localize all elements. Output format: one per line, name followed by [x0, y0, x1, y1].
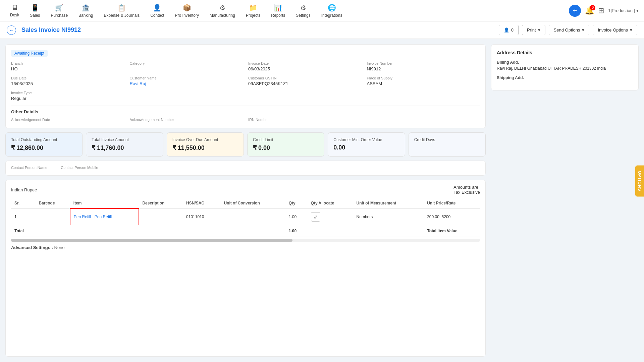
currency-label: Indian Rupee	[11, 187, 37, 192]
contact-icon: 👤	[153, 4, 161, 12]
manufacturing-icon: ⚙	[219, 4, 225, 12]
due-date-label: Due Date	[11, 76, 124, 80]
page-title: Sales Invoice NI9912	[21, 26, 493, 34]
invoice-options-chevron-icon: ▾	[630, 27, 632, 33]
nav-desk[interactable]: 🖥 Desk	[5, 1, 24, 20]
nav-banking-label: Banking	[78, 13, 93, 18]
summary-row: Total Outstanding Amount ₹ 12,860.00 Tot…	[5, 132, 486, 157]
customer-name-label: Customer Name	[130, 76, 243, 80]
desk-icon: 🖥	[11, 4, 18, 11]
shipping-label: Shipping Add.	[497, 75, 633, 80]
nav-settings-label: Settings	[296, 13, 310, 18]
nav-expense[interactable]: 📋 Expense & Journals	[99, 1, 144, 20]
page-header: ← Sales Invoice NI9912 👤 0 Print ▾ Send …	[0, 21, 644, 39]
amounts-note: Amounts are	[453, 185, 478, 190]
overdue-label: Invoice Over Due Amount	[172, 137, 238, 142]
total-barcode	[36, 225, 70, 237]
total-item-value: Total Item Value	[424, 225, 480, 237]
cell-qty: 1.00	[285, 208, 308, 225]
branch-field: Branch HO	[11, 61, 124, 71]
total-qty: 1.00	[285, 225, 308, 237]
print-chevron-icon: ▾	[538, 27, 540, 33]
notification-bell[interactable]: 🔔 0	[585, 6, 594, 15]
nav-manufacturing[interactable]: ⚙ Manufacturing	[205, 1, 240, 20]
due-date-field: Due Date 16/03/2025	[11, 76, 124, 86]
col-unit-conversion: Unit of Conversion	[220, 198, 285, 208]
cell-unit-conversion	[220, 208, 285, 225]
section-divider	[11, 106, 480, 106]
col-hsn: HSN/SAC	[183, 198, 220, 208]
customer-gstin-label: Customer GSTIN	[248, 76, 362, 80]
col-unit-price: Unit Price/Rate	[424, 198, 480, 208]
nav-banking[interactable]: 🏦 Banking	[74, 1, 98, 20]
cell-qty-allocate[interactable]: ⤢	[308, 208, 353, 225]
header-actions: 👤 0 Print ▾ Send Options ▾ Invoice Optio…	[499, 25, 637, 35]
nav-contact[interactable]: 👤 Contact	[146, 1, 169, 20]
overdue-card: Invoice Over Due Amount ₹ 11,550.00	[167, 132, 244, 157]
cell-uom: Numbers	[353, 208, 424, 225]
total-label: Total	[11, 225, 36, 237]
place-of-supply-field: Place of Supply ASSAM	[367, 76, 480, 86]
customer-gstin-field: Customer GSTIN 09ASEPQ2345K1Z1	[248, 76, 362, 86]
invoice-date-value: 06/03/2025	[248, 66, 362, 71]
total-uom	[353, 225, 424, 237]
nav-projects[interactable]: 📁 Projects	[241, 1, 265, 20]
min-order-value: 0.00	[333, 144, 399, 151]
total-outstanding-label: Total Outstanding Amount	[11, 137, 77, 142]
advanced-settings-label: Advanced Settings :	[11, 245, 53, 250]
col-qty: Qty	[285, 198, 308, 208]
nav-reports[interactable]: 📊 Reports	[266, 1, 290, 20]
invoice-options-button[interactable]: Invoice Options ▾	[593, 25, 637, 35]
tax-note-text: Tax Exclusive	[453, 190, 480, 195]
cell-sr: 1	[11, 208, 36, 225]
cell-hsn: 01011010	[183, 208, 220, 225]
nav-integrations[interactable]: 🌐 Integrations	[317, 1, 347, 20]
back-button[interactable]: ←	[7, 25, 16, 35]
invoice-type-label: Invoice Type	[11, 91, 124, 95]
right-panel: Address Details Billing Add. Ravi Raj, D…	[491, 44, 639, 357]
send-options-button[interactable]: Send Options ▾	[549, 25, 590, 35]
item-link[interactable]: Pen Refill - Pen Refill	[74, 215, 112, 219]
ack-date-field: Acknowledgement Date	[11, 118, 124, 123]
cell-description	[139, 208, 183, 225]
total-hsn	[183, 225, 220, 237]
horizontal-scrollbar[interactable]	[11, 239, 480, 242]
print-label: Print	[527, 27, 536, 33]
cell-item: Pen Refill - Pen Refill	[70, 208, 139, 225]
category-field: Category	[130, 61, 243, 71]
add-button[interactable]: +	[569, 5, 581, 17]
other-details-grid: Acknowledgement Date Acknowledgement Num…	[11, 118, 480, 123]
purchase-icon: 🛒	[55, 4, 63, 12]
invoice-number-value: NI9912	[367, 66, 480, 71]
upload-button[interactable]: 👤 0	[499, 25, 519, 35]
contact-person-mobile-field: Contact Person Mobile	[61, 166, 98, 171]
user-menu[interactable]: 1|Production | ▾	[608, 8, 639, 13]
nav-sales[interactable]: 📱 Sales	[25, 1, 45, 20]
settings-icon: ⚙	[300, 4, 306, 12]
left-panel: Awaiting Receipt Branch HO Category Invo…	[5, 44, 486, 357]
credit-days-label: Credit Days	[414, 137, 480, 142]
nav-settings[interactable]: ⚙ Settings	[291, 1, 315, 20]
options-tab[interactable]: OPTIONS	[635, 165, 644, 196]
user-chevron-icon: ▾	[636, 8, 639, 13]
place-of-supply-value: ASSAM	[367, 81, 480, 86]
customer-name-value[interactable]: Ravi Raj	[130, 81, 243, 86]
allocate-icon[interactable]: ⤢	[311, 212, 320, 222]
ack-number-label: Acknowledgement Number	[130, 118, 243, 122]
credit-limit-value: ₹ 0.00	[253, 144, 319, 152]
min-order-card: Customer Min. Order Value 0.00	[328, 132, 405, 157]
customer-gstin-value: 09ASEPQ2345K1Z1	[248, 81, 362, 86]
category-label: Category	[130, 61, 243, 65]
advanced-settings: Advanced Settings : None	[11, 245, 480, 250]
col-qty-allocate: Qty Allocate	[308, 198, 353, 208]
table-section: Indian Rupee Amounts are Tax Exclusive S…	[5, 180, 486, 357]
nav-pro-inventory[interactable]: 📦 Pro Inventory	[170, 1, 204, 20]
col-description: Description	[139, 198, 183, 208]
banking-icon: 🏦	[82, 4, 90, 12]
col-item: Item	[70, 198, 139, 208]
print-button[interactable]: Print ▾	[522, 25, 545, 35]
nav-purchase[interactable]: 🛒 Purchase	[46, 1, 72, 20]
branch-label: Branch	[11, 61, 124, 65]
upload-icon: 👤	[504, 27, 509, 33]
grid-button[interactable]: ⊞	[598, 6, 604, 15]
